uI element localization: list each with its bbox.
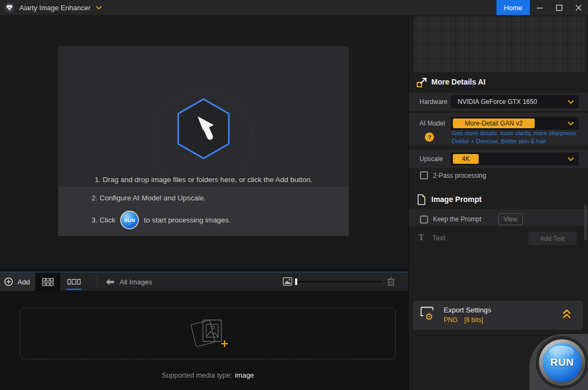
list-view-icon bbox=[67, 278, 81, 285]
ai-model-select[interactable]: More-Detail GAN v2 bbox=[451, 117, 579, 130]
collapse-chevron-icon[interactable] bbox=[562, 309, 571, 322]
export-settings-title: Export Settings bbox=[444, 306, 491, 314]
run-button-label: RUN bbox=[550, 357, 574, 368]
keep-prompt-checkbox[interactable] bbox=[420, 215, 428, 224]
thumbnail-size-icon bbox=[283, 277, 292, 288]
run-badge-icon: RUN bbox=[120, 211, 139, 229]
instruction-substeps-box: 2. Configure AI Model and Upscale. 3. Cl… bbox=[58, 187, 349, 236]
text-label: Text bbox=[432, 234, 445, 242]
library-toolbar: Add All Images bbox=[0, 271, 408, 291]
run-button[interactable]: RUN bbox=[539, 339, 585, 386]
instruction-step-2: 2. Configure AI Model and Upscale. bbox=[92, 194, 206, 202]
image-filter[interactable]: All Images bbox=[106, 273, 152, 291]
drop-cursor-icon bbox=[174, 96, 233, 164]
keep-prompt-control[interactable]: Keep the Prompt View bbox=[420, 213, 523, 225]
hardware-label: Hardware bbox=[419, 98, 447, 106]
ai-model-row: AI Model More-Detail GAN v2 ? Gen more d… bbox=[409, 113, 588, 145]
ai-model-description-line1: Gen more details, more clarity, more sha… bbox=[452, 129, 578, 137]
app-title: Aiarty Image Enhancer bbox=[19, 4, 90, 12]
thumbnail-size-slider[interactable] bbox=[295, 281, 382, 282]
instruction-step-3-prefix: 3. Click bbox=[92, 216, 115, 224]
toolbar-separator bbox=[97, 276, 97, 287]
ai-model-description: Gen more details, more clarity, more sha… bbox=[452, 129, 578, 145]
chevron-down-icon bbox=[568, 121, 574, 126]
titlebar: Aiarty Image Enhancer Home bbox=[0, 0, 588, 15]
app-menu-chevron-icon[interactable] bbox=[96, 6, 102, 10]
secondary-drop-zone[interactable] bbox=[20, 308, 396, 359]
chevron-down-icon bbox=[568, 157, 574, 161]
hardware-select[interactable]: NVIDIA GeForce GTX 1650 bbox=[451, 95, 579, 108]
add-images-icon bbox=[185, 316, 231, 351]
ai-model-label: AI Model bbox=[419, 120, 445, 127]
export-format: PNG[8 bits] bbox=[444, 316, 489, 324]
two-pass-row[interactable]: 2-Pass processing bbox=[420, 171, 486, 179]
grid-view-icon bbox=[42, 278, 54, 286]
two-pass-checkbox[interactable] bbox=[420, 171, 428, 179]
main-workspace: 1. Drag and drop image files or folders … bbox=[0, 15, 408, 390]
image-prompt-title: Image Prompt bbox=[431, 195, 481, 204]
delete-all-icon[interactable] bbox=[387, 277, 395, 288]
preview-area: 1. Drag and drop image files or folders … bbox=[0, 15, 408, 268]
gear-icon: ⚙ bbox=[425, 312, 433, 322]
supported-media-note: Supported media type:image bbox=[0, 371, 416, 379]
close-button[interactable] bbox=[569, 0, 588, 15]
more-details-title: More Details AI bbox=[431, 78, 486, 86]
export-format-value: PNG bbox=[444, 316, 458, 324]
ai-model-value: More-Detail GAN v2 bbox=[453, 119, 535, 128]
plus-circle-icon bbox=[4, 277, 13, 286]
list-view-active-underline bbox=[66, 289, 81, 290]
instruction-step-3-suffix: to start processing images. bbox=[144, 216, 230, 224]
hardware-value: NVIDIA GeForce GTX 1650 bbox=[458, 98, 537, 106]
export-settings-panel[interactable]: ⚙ Export Settings PNG[8 bits] bbox=[413, 301, 583, 330]
supported-media-label: Supported media type: bbox=[162, 371, 232, 379]
preview-placeholder bbox=[413, 16, 585, 72]
instruction-step-1: 1. Drag and drop image files or folders … bbox=[58, 176, 349, 184]
upscale-select[interactable]: 4K bbox=[451, 152, 579, 165]
add-button[interactable]: Add bbox=[0, 273, 34, 291]
keep-prompt-row: Keep the Prompt View bbox=[409, 209, 588, 226]
add-button-label: Add bbox=[17, 278, 30, 286]
export-bits-value: [8 bits] bbox=[464, 316, 483, 324]
help-icon[interactable]: ? bbox=[425, 133, 434, 142]
app-window: Aiarty Image Enhancer Home bbox=[0, 0, 588, 390]
maximize-button[interactable] bbox=[549, 0, 569, 15]
upscale-label: Upscale bbox=[419, 155, 443, 163]
supported-media-value: image bbox=[235, 371, 254, 379]
image-prompt-header: Image Prompt bbox=[409, 193, 588, 206]
settings-panel: More Details AI Hardware NVIDIA GeForce … bbox=[408, 15, 588, 390]
export-settings-icon: ⚙ bbox=[419, 305, 438, 322]
app-logo-icon bbox=[4, 3, 15, 13]
back-arrow-icon bbox=[106, 278, 115, 285]
grid-view-button[interactable] bbox=[36, 273, 60, 291]
minimize-button[interactable] bbox=[530, 0, 549, 15]
run-button-face: RUN bbox=[543, 343, 582, 382]
upscale-row: Upscale 4K bbox=[409, 150, 588, 168]
instruction-step-3: 3. Click RUN to start processing images. bbox=[92, 211, 231, 229]
text-row: T Text Add Text bbox=[409, 232, 588, 246]
home-button[interactable]: Home bbox=[496, 0, 530, 15]
file-list-area: Supported media type:image bbox=[0, 291, 408, 390]
view-prompt-button[interactable]: View bbox=[498, 213, 523, 225]
chevron-down-icon bbox=[568, 100, 574, 104]
divider-strip bbox=[0, 268, 408, 271]
thumbnail-size-slider-handle[interactable] bbox=[295, 278, 297, 285]
upscale-value: 4K bbox=[453, 154, 479, 164]
more-details-icon bbox=[416, 76, 428, 88]
panel-scrollbar[interactable] bbox=[584, 205, 587, 240]
add-text-button[interactable]: Add Text bbox=[528, 232, 577, 245]
ai-model-description-line2: Deblur + Denoise. Better skin & hair. bbox=[452, 137, 578, 145]
hardware-row: Hardware NVIDIA GeForce GTX 1650 bbox=[409, 93, 588, 111]
document-icon bbox=[416, 194, 426, 205]
image-filter-label: All Images bbox=[120, 278, 152, 286]
text-tool-icon: T bbox=[418, 233, 424, 242]
keep-prompt-label: Keep the Prompt bbox=[433, 215, 481, 223]
more-details-header: More Details AI bbox=[409, 75, 588, 88]
two-pass-label: 2-Pass processing bbox=[433, 172, 486, 179]
list-view-button[interactable] bbox=[61, 273, 86, 291]
